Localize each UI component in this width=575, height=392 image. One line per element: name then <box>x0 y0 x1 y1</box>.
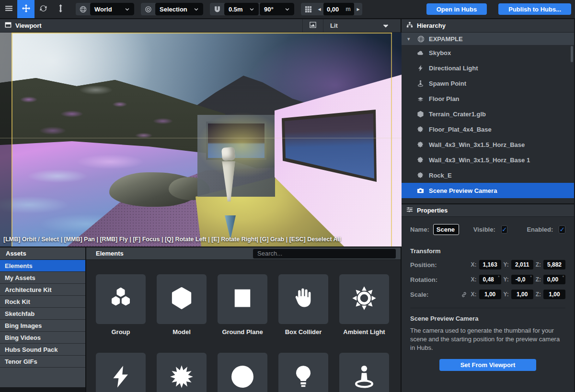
tile-ambient-light[interactable]: Ambient Light <box>339 274 389 336</box>
tree-node-wall-1[interactable]: Wall_4x3_Win_3x1.5_Horz_Base <box>402 137 574 152</box>
asset-source-hubs-sound-pack[interactable]: Hubs Sound Pack <box>0 344 85 356</box>
chevron-down-icon <box>249 7 254 12</box>
tile-group[interactable]: Group <box>96 274 146 336</box>
grid-height-increase-button[interactable]: ▶ <box>354 3 362 15</box>
spawn-icon <box>352 364 377 391</box>
scale-x-field[interactable]: 1,00 <box>479 290 501 299</box>
tile-ground-plane[interactable]: Ground Plane <box>218 274 267 336</box>
tree-node-terrain[interactable]: Terrain_Crater1.glb <box>402 106 574 122</box>
open-in-hubs-button[interactable]: Open in Hubs <box>426 3 487 15</box>
tree-node-label: Directional Light <box>429 65 478 72</box>
visible-checkbox[interactable]: ✓ <box>501 225 508 234</box>
tile-directional-light[interactable] <box>96 353 146 392</box>
grid-height-decrease-button[interactable]: ◀ <box>315 3 323 15</box>
set-from-viewport-button[interactable]: Set From Viewport <box>439 359 536 371</box>
publish-to-hubs-button[interactable]: Publish to Hubs... <box>498 3 571 15</box>
rotation-z-field[interactable]: 0,00° <box>543 275 565 284</box>
caret-down-icon[interactable]: ▾ <box>407 36 413 42</box>
check-icon: ✓ <box>560 226 565 233</box>
bolt-icon <box>108 364 133 391</box>
transform-pivot-group: Selection <box>141 3 203 15</box>
asset-source-bing-videos[interactable]: Bing Videos <box>0 332 85 344</box>
hierarchy-tree: ▾ EXPAMPLE Skybox Directional Light Spaw… <box>402 33 574 203</box>
tree-node-spawn-point[interactable]: Spawn Point <box>402 76 574 91</box>
enabled-checkbox[interactable]: ✓ <box>559 225 565 234</box>
transform-pivot-select[interactable]: Selection <box>155 3 203 15</box>
globe-icon <box>76 6 90 13</box>
axis-z-label: Z: <box>536 276 541 283</box>
tree-node-wall-2[interactable]: Wall_4x3_Win_3x1.5_Horz_Base 1 <box>402 152 574 168</box>
bulb-icon <box>291 364 316 391</box>
position-z-field[interactable]: 5,882 <box>543 260 565 269</box>
assets-section: Assets Elements My Assets Architecture K… <box>0 246 401 392</box>
asset-source-tenor-gifs[interactable]: Tenor GIFs <box>0 356 85 368</box>
asset-source-sketchfab[interactable]: Sketchfab <box>0 308 85 320</box>
rotation-label: Rotation: <box>410 276 447 283</box>
translate-tool-button[interactable] <box>17 0 34 18</box>
magnet-icon <box>210 6 224 13</box>
selection-guide-left <box>12 33 12 246</box>
tree-node-floor-plan[interactable]: Floor Plan <box>402 91 574 106</box>
chevron-down-icon <box>125 7 130 12</box>
axis-x-label: X: <box>471 261 477 268</box>
hamburger-icon <box>5 4 13 14</box>
cloud-icon <box>417 49 424 56</box>
tree-node-label: Skybox <box>429 49 451 56</box>
position-y-field[interactable]: 2,011 <box>511 260 533 269</box>
tree-node-root[interactable]: ▾ EXPAMPLE <box>402 33 574 45</box>
tree-node-rock-e[interactable]: Rock_E <box>402 168 574 183</box>
grid-height-field[interactable]: 0,00 m <box>323 3 354 15</box>
tile-spawn-point[interactable] <box>339 353 389 392</box>
tile-model[interactable]: Model <box>157 274 207 336</box>
render-stats-button[interactable] <box>302 19 323 32</box>
tree-node-scene-preview-camera[interactable]: Scene Preview Camera <box>402 183 574 198</box>
grid-height-unit: m <box>345 6 351 12</box>
tile-spot-light[interactable] <box>218 353 267 392</box>
scale-y-field[interactable]: 1,00 <box>511 290 533 299</box>
scale-tool-button[interactable] <box>52 0 69 18</box>
axis-x-label: X: <box>471 276 477 283</box>
rotate-tool-button[interactable] <box>34 0 52 18</box>
rotation-x-field[interactable]: 0,48° <box>479 275 501 284</box>
asset-source-rock-kit[interactable]: Rock Kit <box>0 296 85 308</box>
tree-node-floor-plat[interactable]: Floor_Plat_4x4_Base <box>402 122 574 137</box>
degree-symbol: ° <box>563 275 564 280</box>
chevron-down-icon <box>382 22 389 29</box>
name-input[interactable] <box>433 224 459 235</box>
asset-source-bing-images[interactable]: Bing Images <box>0 320 85 332</box>
tile-hemisphere-light[interactable] <box>157 353 207 392</box>
hierarchy-scrollbar[interactable] <box>571 46 573 62</box>
axis-y-label: Y: <box>504 276 509 283</box>
elements-panel: Elements Group Model <box>86 247 401 392</box>
scale-row: Scale: X: 1,00 Y: 1,00 Z: 1,00 <box>410 290 565 299</box>
globe-icon <box>417 35 425 43</box>
tree-node-directional-light[interactable]: Directional Light <box>402 60 574 76</box>
position-x-field[interactable]: 1,163 <box>479 260 501 269</box>
snap-rotate-select[interactable]: 90° <box>260 3 294 15</box>
name-label: Name: <box>410 226 429 233</box>
puzzle-icon <box>417 141 424 148</box>
hierarchy-header: Hierarchy <box>402 19 574 33</box>
search-input[interactable] <box>253 249 396 258</box>
tile-row: Group Model Ground Plane <box>96 274 401 336</box>
assets-scrollbar-track[interactable] <box>0 387 85 392</box>
render-mode-select[interactable]: Lit <box>323 19 396 32</box>
tile-point-light[interactable] <box>278 353 328 392</box>
viewport-canvas[interactable]: [LMB] Orbit / Select | [MMB] Pan | [RMB]… <box>0 33 402 246</box>
asset-source-architecture-kit[interactable]: Architecture Kit <box>0 284 85 296</box>
snap-translate-select[interactable]: 0.5m <box>224 3 259 15</box>
asset-source-elements[interactable]: Elements <box>0 260 85 272</box>
scale-z-field[interactable]: 1,00 <box>543 290 565 299</box>
transform-space-select[interactable]: World <box>90 3 134 15</box>
menu-button[interactable] <box>0 0 17 18</box>
rotation-y-field[interactable]: -0,0° <box>511 275 533 284</box>
tree-node-skybox[interactable]: Skybox <box>402 45 574 60</box>
scale-label: Scale: <box>410 291 447 298</box>
section-divider <box>410 308 565 308</box>
rotate-icon <box>39 4 47 14</box>
cube-icon <box>417 111 424 118</box>
asset-source-my-assets[interactable]: My Assets <box>0 272 85 284</box>
link-icon[interactable] <box>461 291 467 298</box>
transform-space-group: World <box>76 3 134 15</box>
tile-box-collider[interactable]: Box Collider <box>278 274 328 336</box>
